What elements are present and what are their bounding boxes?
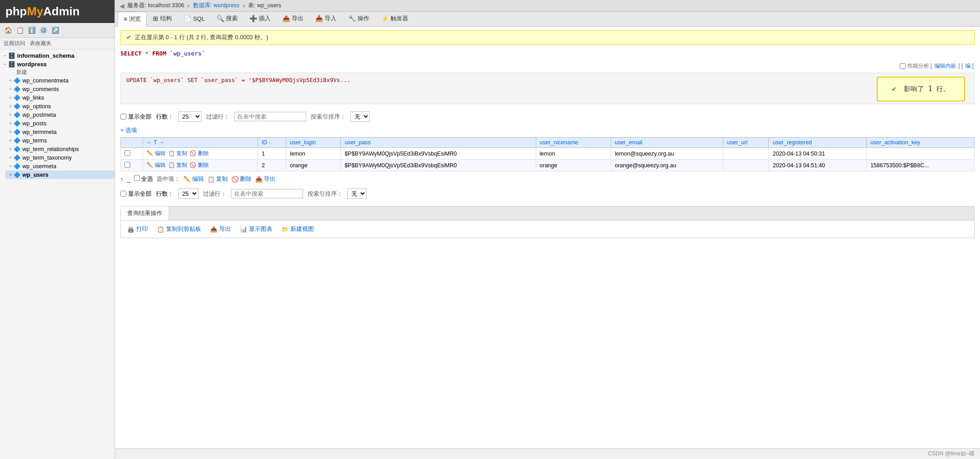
sql-icon[interactable]: 📋 <box>15 26 24 35</box>
tab-search[interactable]: 🔍 搜索 <box>211 12 243 26</box>
show-all-checkbox-bottom[interactable] <box>120 191 126 197</box>
edit2-link[interactable]: 编 [ <box>965 63 974 69</box>
table-wp-terms[interactable]: + 🔷 wp_terms <box>5 136 115 145</box>
table-wp-options[interactable]: + 🔷 wp_options <box>5 102 115 110</box>
sort-down-icon[interactable]: T <box>154 139 157 146</box>
tab-export[interactable]: 📤 导出 <box>277 12 309 26</box>
database-breadcrumb[interactable]: 数据库: wordpress <box>193 2 240 9</box>
select-all-checkbox[interactable] <box>134 175 140 181</box>
query-results-tab-btn[interactable]: 查询结果操作 <box>121 207 169 220</box>
tab-sql[interactable]: 📄 SQL <box>178 12 210 26</box>
th-user-email[interactable]: user_email <box>611 138 723 148</box>
copy-row-link[interactable]: 📋 复制 <box>168 162 187 168</box>
nav-back-button[interactable]: ◀ <box>120 2 124 9</box>
row-user-email: lemon@squeezy.org.au <box>611 148 723 160</box>
show-all-label-bottom[interactable]: 显示全部 <box>120 190 152 198</box>
th-user-pass[interactable]: user_pass <box>341 138 536 148</box>
table-breadcrumb: 表: wp_users <box>248 2 281 9</box>
row-checkbox-1[interactable] <box>124 162 130 168</box>
table-wp-users[interactable]: + 🔷 wp_users <box>5 170 115 179</box>
copy-clipboard-link[interactable]: 📋 复制到剪贴板 <box>157 225 201 233</box>
table-wp-commentmeta[interactable]: + 🔷 wp_commentmeta <box>5 76 115 85</box>
th-user-nicename[interactable]: user_nicename <box>536 138 611 148</box>
table-body: ✏️ 编辑 📋 复制 🚫 删除 1 lemon $P$BY9AWyM0QjsVp… <box>121 148 975 171</box>
db-name: wordpress <box>17 61 47 68</box>
expand-icon: − <box>4 53 6 58</box>
sort-select[interactable]: 无 <box>350 111 370 122</box>
table-row: ✏️ 编辑 📋 复制 🚫 删除 1 lemon $P$BY9AWyM0QjsVp… <box>121 148 975 160</box>
tab-insert[interactable]: ➕ 插入 <box>244 12 276 26</box>
db-information-schema[interactable]: − 🗄️ information_schema <box>0 51 115 60</box>
rows-select-bottom[interactable]: 25 50 <box>178 188 198 199</box>
table-wp-termmeta[interactable]: + 🔷 wp_termmeta <box>5 128 115 136</box>
table-icon: 🔷 <box>14 154 21 161</box>
copy-selected-link[interactable]: 📋 复制 <box>207 175 228 183</box>
export-selected-link[interactable]: 📤 导出 <box>255 175 276 183</box>
row-checkbox-cell <box>121 160 143 171</box>
rows-label-bottom: 行数： <box>156 190 174 198</box>
table-wp-term-taxonomy[interactable]: + 🔷 wp_term_taxonomy <box>5 153 115 162</box>
table-wp-links[interactable]: + 🔷 wp_links <box>5 93 115 102</box>
tab-structure[interactable]: ⊞ 结构 <box>147 12 177 26</box>
row-user-url <box>723 148 769 160</box>
settings-icon[interactable]: ⚙️ <box>39 26 48 35</box>
show-all-checkbox[interactable] <box>120 114 126 119</box>
table-wp-term-relationships[interactable]: + 🔷 wp_term_relationships <box>5 145 115 153</box>
new-table-link[interactable]: 新建 <box>5 69 115 76</box>
edit-row-link[interactable]: ✏️ 编辑 <box>147 162 166 168</box>
sort-select-bottom[interactable]: 无 <box>347 188 367 199</box>
db-icon: 🗄️ <box>8 61 15 68</box>
th-user-activation-key[interactable]: user_activation_key <box>866 138 974 148</box>
tab-sql-label: SQL <box>193 15 205 22</box>
th-actions: ← T → <box>143 138 258 148</box>
row-checkbox-0[interactable] <box>124 150 130 156</box>
perf-checkbox[interactable] <box>900 63 906 69</box>
th-user-login[interactable]: user_login <box>286 138 340 148</box>
logo-text: phpMyAdmin <box>5 5 80 18</box>
sql-table-name: `wp_users` <box>170 50 205 57</box>
edit-selected-link[interactable]: ✏️ 编辑 <box>184 175 204 183</box>
filter-input[interactable] <box>234 112 306 121</box>
plus-options-link[interactable]: + 选项 <box>120 127 137 133</box>
tab-triggers[interactable]: ⚡ 触发器 <box>376 12 414 26</box>
edit-inline-link[interactable]: 编辑内嵌 <box>934 63 956 69</box>
favorites-nav-link[interactable]: 表收藏夹 <box>30 40 51 47</box>
tab-operations[interactable]: 🔧 操作 <box>343 12 375 26</box>
sql-display: SELECT * FROM `wp_users` <box>120 48 975 59</box>
table-wp-comments[interactable]: + 🔷 wp_comments <box>5 85 115 93</box>
external-link-icon[interactable]: ↗️ <box>51 26 60 35</box>
delete-row-link[interactable]: 🚫 删除 <box>189 150 208 156</box>
row-user-registered: 2020-04-13 04:51:40 <box>769 160 866 171</box>
db-wordpress[interactable]: − 🗄️ wordpress <box>0 60 115 69</box>
tab-triggers-label: 触发器 <box>391 14 408 23</box>
delete-selected-link[interactable]: 🚫 删除 <box>231 175 252 183</box>
copy-row-link[interactable]: 📋 复制 <box>168 150 187 156</box>
show-all-label[interactable]: 显示全部 <box>120 113 152 121</box>
filter-label-bottom: 过滤行： <box>203 190 226 198</box>
th-user-url[interactable]: user_url <box>723 138 769 148</box>
table-wp-posts[interactable]: + 🔷 wp_posts <box>5 119 115 128</box>
home-icon[interactable]: 🏠 <box>4 26 13 35</box>
check-all-label[interactable]: 全选 <box>134 175 153 183</box>
options-link-row: + 选项 <box>120 126 975 134</box>
recent-nav-link[interactable]: 近期访问 <box>4 40 25 47</box>
export-results-link[interactable]: 📤 导出 <box>210 225 231 233</box>
tab-import[interactable]: 📥 导入 <box>310 12 342 26</box>
table-wp-usermeta[interactable]: + 🔷 wp_usermeta <box>5 162 115 170</box>
info-icon[interactable]: ℹ️ <box>27 26 36 35</box>
filter-input-bottom[interactable] <box>231 189 303 198</box>
table-wp-postmeta[interactable]: + 🔷 wp_postmeta <box>5 110 115 119</box>
tab-browse[interactable]: ≡ 浏览 <box>118 12 147 27</box>
main-content: ◀ 服务器: localhost:3306 » 数据库: wordpress »… <box>115 0 980 459</box>
select-all-text: 全选 <box>141 175 153 182</box>
rows-select[interactable]: 25 50 100 <box>178 111 202 122</box>
delete-row-link[interactable]: 🚫 删除 <box>189 162 208 168</box>
th-id[interactable]: ID ↕ <box>258 138 286 148</box>
th-user-registered[interactable]: user_registered <box>769 138 866 148</box>
table-name: wp_users <box>23 172 49 178</box>
new-view-link[interactable]: 📁 新建视图 <box>281 225 314 233</box>
print-link[interactable]: 🖨️ 打印 <box>127 225 148 233</box>
show-chart-link[interactable]: 📊 显示图表 <box>240 225 272 233</box>
check-icon: ✔ <box>126 34 131 41</box>
edit-row-link[interactable]: ✏️ 编辑 <box>147 150 166 156</box>
